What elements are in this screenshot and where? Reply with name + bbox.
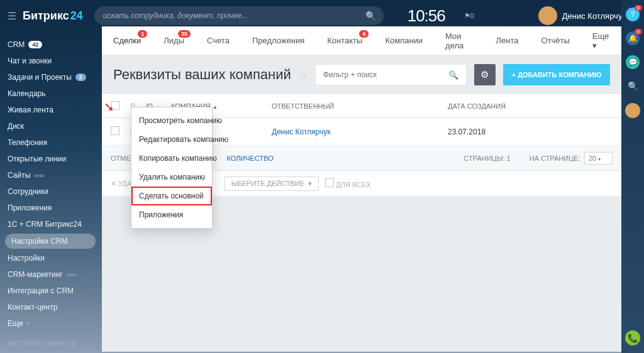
search-icon[interactable]: 🔍 (365, 11, 376, 21)
sidebar-item-employees[interactable]: Сотрудники (0, 183, 101, 200)
search-icon[interactable]: 🔍 (448, 70, 458, 80)
show-count-link[interactable]: КОЛИЧЕСТВО (226, 155, 273, 162)
sidebar: CRM42 Чат и звонки Задачи и Проекты2 Кал… (0, 31, 101, 353)
tab-contacts[interactable]: Контакты6 (316, 26, 374, 55)
user-avatar-icon[interactable] (625, 103, 640, 118)
menu-icon[interactable]: ☰ (8, 10, 16, 22)
star-icon[interactable]: ☆ (299, 69, 308, 81)
tab-reports[interactable]: Отчёты (530, 26, 580, 55)
sidebar-item-label: Живая лента (8, 106, 53, 114)
badge: 42 (28, 41, 42, 48)
search-input[interactable] (103, 11, 375, 20)
tab-label: Предложения (252, 36, 304, 45)
sidebar-item-label: Настройки (8, 254, 45, 263)
sidebar-item-1c[interactable]: 1С + CRM Битрикс24 (0, 216, 101, 232)
sidebar-item-crmintegration[interactable]: Интеграция с CRM (0, 283, 101, 299)
tab-offers[interactable]: Предложения (241, 26, 316, 55)
beta-tag: beta (67, 272, 77, 278)
sidebar-item-chat[interactable]: Чат и звонки (0, 53, 101, 69)
ctx-makemain[interactable]: Сделать основной (131, 187, 212, 205)
sidebar-item-crm[interactable]: CRM42 (0, 36, 101, 53)
settings-button[interactable]: ⚙ (474, 64, 496, 85)
context-menu: Просмотреть компанию Редактировать компа… (131, 107, 213, 229)
filter-input[interactable] (323, 70, 448, 79)
chevron-down-icon: ▾ (26, 320, 30, 327)
sidebar-item-label: Чат и звонки (8, 57, 52, 65)
sidebar-item-feed[interactable]: Живая лента (0, 102, 101, 118)
sidebar-item-apps[interactable]: Приложения (0, 200, 101, 216)
sidebar-item-crmsettings[interactable]: Настройки CRM (5, 234, 96, 249)
sidebar-item-label: Сайты (8, 171, 30, 180)
column-date[interactable]: ДАТА СОЗДАНИЯ (448, 102, 613, 110)
sidebar-item-label: Задачи и Проекты (8, 73, 72, 82)
global-search[interactable]: 🔍 (94, 6, 384, 25)
for-all-label: ДЛЯ ВСЕХ (336, 181, 370, 188)
pages-label: СТРАНИЦЫ: 1 (464, 155, 511, 162)
tab-deals[interactable]: Сделки1 (102, 26, 152, 55)
ctx-view[interactable]: Просмотреть компанию (131, 111, 212, 130)
ctx-apps[interactable]: Приложения (131, 205, 212, 224)
sidebar-item-telephony[interactable]: Телефония (0, 134, 101, 151)
chevron-down-icon: ▾ (598, 156, 601, 162)
tab-bar: Сделки1 Лиды35 Счета Предложения Контакт… (102, 26, 621, 55)
ctx-delete[interactable]: Удалить компанию (131, 168, 212, 187)
sidebar-item-openlines[interactable]: Открытые линии (0, 151, 101, 167)
ctx-copy[interactable]: Копировать компанию (131, 149, 212, 168)
column-responsible[interactable]: ОТВЕТСТВЕННЫЙ (272, 102, 448, 110)
action-placeholder: ЫБЕРИТЕ ДЕЙСТВИЕ (231, 180, 304, 187)
tab-companies[interactable]: Компании (374, 26, 434, 55)
add-label: + ДОБАВИТЬ КОМПАНИЮ (512, 71, 601, 79)
user-name: Денис Котлярчук (562, 11, 626, 21)
sidebar-item-more[interactable]: Еще ▾ (0, 315, 101, 332)
tab-leads[interactable]: Лиды35 (152, 26, 196, 55)
configure-menu[interactable]: НАСТРОИТЬ МЕНЮ ⚙ (0, 335, 101, 352)
tasks-flag[interactable]: ⚑ 0 (464, 12, 474, 20)
sidebar-item-tasks[interactable]: Задачи и Проекты2 (0, 69, 101, 85)
row-date: 23.07.2018 (448, 128, 613, 136)
tab-more[interactable]: Еще ▾ (581, 26, 621, 55)
badge: 35 (178, 30, 191, 38)
action-select[interactable]: ЫБЕРИТЕ ДЕЙСТВИЕ ▾ (225, 176, 319, 191)
sidebar-item-contactcenter[interactable]: Контакт-центр (0, 299, 101, 315)
ctx-edit[interactable]: Редактировать компанию (131, 130, 212, 149)
gear-icon: ⚙ (70, 340, 76, 347)
tab-label: Контакты (327, 36, 362, 45)
sidebar-item-disk[interactable]: Диск (0, 118, 101, 134)
perpage-select[interactable]: 20 ▾ (584, 152, 613, 165)
sidebar-item-calendar[interactable]: Календарь (0, 85, 101, 102)
bell-icon[interactable]: 🔔9 (626, 31, 640, 45)
tab-label: Отчёты (541, 36, 569, 45)
sidebar-item-label: Календарь (8, 89, 46, 98)
call-icon[interactable]: 📞 (625, 330, 640, 345)
for-all-checkbox[interactable]: ДЛЯ ВСЕХ (325, 178, 370, 188)
callout-arrow: ➘ (104, 99, 114, 114)
add-company-button[interactable]: + ДОБАВИТЬ КОМПАНИЮ (503, 64, 610, 85)
tab-label: Лента (496, 36, 518, 45)
sidebar-item-crmmarketing[interactable]: CRM-маркетингbeta (0, 266, 101, 283)
sidebar-item-label: CRM (8, 40, 25, 49)
tab-mywork[interactable]: Мои дела (434, 26, 484, 55)
search-icon[interactable]: 🔍 (626, 79, 640, 93)
chat-icon[interactable]: 💬 (626, 55, 640, 69)
filter-search[interactable]: 🔍 (315, 64, 467, 85)
row-checkbox[interactable] (111, 126, 119, 135)
logo[interactable]: Битрикс 24 (23, 9, 83, 23)
beta-tag: beta (34, 173, 44, 178)
help-icon[interactable]: ?6 (626, 8, 640, 21)
sidebar-item-label: 1С + CRM Битрикс24 (8, 220, 82, 229)
tab-label: Компании (385, 36, 423, 45)
sidebar-item-label: Интеграция с CRM (8, 286, 74, 295)
responsible-link[interactable]: Денис Котлярчук (272, 128, 448, 136)
sidebar-item-label: CRM-маркетинг (8, 270, 63, 279)
sidebar-item-label: Настройки CRM (11, 237, 68, 246)
tab-invoices[interactable]: Счета (196, 26, 241, 55)
sidebar-item-settings[interactable]: Настройки (0, 250, 101, 266)
sidebar-item-label: Контакт-центр (8, 303, 57, 312)
sidebar-item-sites[interactable]: Сайтыbeta (0, 167, 101, 183)
badge: 9 (635, 29, 642, 35)
sidebar-item-label: Диск (8, 122, 24, 131)
gear-icon: ⚙ (480, 69, 489, 80)
tab-label: Сделки (113, 36, 141, 45)
tab-feed[interactable]: Лента (484, 26, 530, 55)
clock: 10:56 (408, 6, 445, 26)
